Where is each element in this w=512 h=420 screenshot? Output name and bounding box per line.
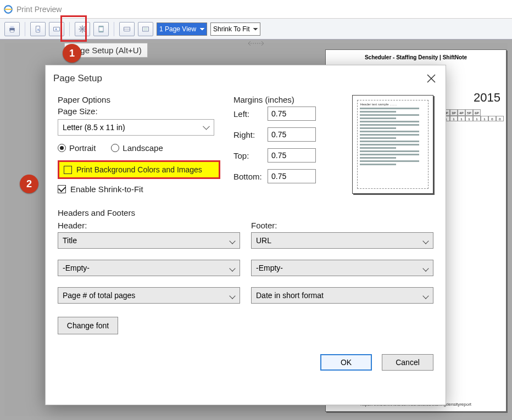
close-icon[interactable] [425,72,438,85]
checkbox-icon [64,166,72,174]
radio-icon [58,144,66,152]
toolbar-separator [69,22,70,36]
print-button[interactable] [4,22,20,36]
svg-line-16 [80,30,81,31]
margin-right-input[interactable] [268,127,316,142]
margin-bottom-label: Bottom: [233,172,268,181]
paper-options-label: Paper Options [58,95,217,104]
splitter-handle[interactable] [245,40,267,47]
margin-left-label: Left: [233,109,268,119]
page-setup-button[interactable] [75,22,90,36]
footer-combo-2[interactable]: -Empty- [251,260,433,276]
svg-point-9 [81,28,84,30]
zoom-select[interactable]: Shrink To Fit [210,23,260,36]
landscape-button[interactable]: A [49,22,64,36]
page-size-select[interactable]: Letter (8.5 x 11 in) [58,119,214,136]
toolbar-separator [114,22,114,36]
annotation-badge-2: 2 [20,175,38,193]
change-font-button[interactable]: Change font [58,317,118,334]
radio-icon [111,144,119,152]
dialog-title: Page Setup [53,73,102,84]
page-view-select[interactable]: 1 Page View [157,23,207,36]
print-background-label: Print Background Colors and Images [76,165,202,174]
checkbox-icon [58,185,66,193]
window-title: Print Preview [16,5,62,14]
print-background-row[interactable]: Print Background Colors and Images [58,160,220,179]
toolbar-separator [25,22,25,36]
svg-rect-20 [99,31,103,32]
full-page-button[interactable] [138,22,153,36]
portrait-button[interactable]: A [30,22,46,36]
svg-line-15 [84,30,85,31]
header-combo-3[interactable]: Page # of total pages [58,287,240,304]
margin-right-label: Right: [233,130,268,139]
svg-line-17 [84,26,85,27]
svg-text:A: A [55,27,58,31]
margin-left-input[interactable] [268,107,316,121]
headers-footers-label: Headers and Footers [58,208,433,217]
headers-toggle-button[interactable] [93,22,109,36]
landscape-radio[interactable]: Landscape [111,143,163,153]
margin-top-label: Top: [233,151,268,160]
page-setup-dialog: Page Setup Paper Options Page Size: Lett… [45,65,446,405]
title-bar: Print Preview [0,0,512,19]
landscape-label: Landscape [123,143,163,153]
page-thumbnail: Header text sample ........ [352,95,433,194]
svg-text:A: A [37,27,40,31]
margins-label: Margins (inches) [233,95,336,104]
footer-combo-1[interactable]: URL [251,232,433,249]
portrait-label: Portrait [69,143,96,153]
margin-top-input[interactable] [268,148,316,163]
annotation-badge-1: 1 [63,44,81,63]
svg-rect-2 [10,26,14,27]
margin-bottom-input[interactable] [268,169,316,183]
app-icon [3,4,13,14]
full-width-button[interactable] [119,22,135,36]
cancel-button[interactable]: Cancel [382,354,433,371]
svg-rect-19 [99,26,103,27]
page-size-label: Page Size: [58,107,217,116]
enable-shrink-label: Enable Shrink-to-Fit [70,184,143,194]
portrait-radio[interactable]: Portrait [58,143,96,153]
enable-shrink-row[interactable]: Enable Shrink-to-Fit [58,184,217,194]
preview-page-title: Scheduler - Staffing Density | ShiftNote [326,50,506,60]
footer-label: Footer: [251,221,433,230]
preview-year: 2015 [474,91,500,105]
header-label: Header: [58,221,240,230]
ok-button[interactable]: OK [320,354,372,371]
svg-rect-3 [10,30,14,32]
svg-line-14 [80,26,81,27]
header-combo-2[interactable]: -Empty- [58,260,240,276]
footer-combo-3[interactable]: Date in short format [251,287,433,304]
header-combo-1[interactable]: Title [58,232,240,249]
toolbar: A A 1 Page View Shrink To Fit [0,19,512,40]
